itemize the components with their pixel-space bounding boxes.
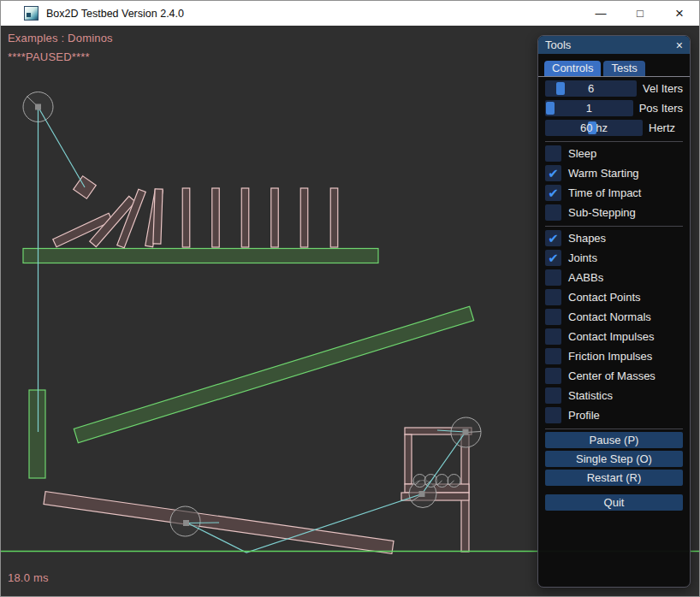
tools-panel: Tools × ControlsTests 6Vel Iters1Pos Ite… bbox=[537, 35, 691, 588]
joint-line bbox=[187, 523, 219, 523]
tools-panel-body: 6Vel Iters1Pos Iters60 hzHertz Sleep✔War… bbox=[538, 80, 690, 511]
body-dyn bbox=[241, 188, 249, 247]
checkbox-box[interactable] bbox=[545, 407, 561, 423]
body-dyn bbox=[271, 188, 279, 247]
checkbox-shapes[interactable]: ✔Shapes bbox=[545, 230, 683, 246]
button-group: Pause (P)Single Step (O)Restart (R)Quit bbox=[545, 432, 683, 511]
tab-bar: ControlsTests bbox=[538, 54, 690, 77]
checkbox-label: Contact Normals bbox=[568, 310, 651, 323]
slider-row-hertz: 60 hzHertz bbox=[545, 120, 683, 136]
checkbox-label: Profile bbox=[568, 409, 600, 422]
checkbox-group: Sleep✔Warm Starting✔Time of ImpactSub-St… bbox=[545, 145, 683, 423]
checkbox-box[interactable]: ✔ bbox=[545, 185, 561, 201]
tools-panel-title: Tools bbox=[545, 38, 571, 51]
paused-label: ****PAUSED**** bbox=[8, 50, 90, 63]
checkbox-center-of-masses[interactable]: Center of Masses bbox=[545, 368, 683, 384]
separator bbox=[545, 226, 683, 227]
pause-p-button[interactable]: Pause (P) bbox=[545, 432, 683, 448]
checkbox-box[interactable] bbox=[545, 145, 561, 162]
body-dyn bbox=[405, 434, 412, 484]
checkbox-box[interactable] bbox=[545, 368, 561, 384]
checkbox-box[interactable] bbox=[545, 204, 561, 221]
checkbox-box[interactable] bbox=[545, 348, 561, 364]
body-dyn bbox=[182, 188, 190, 247]
slider-row-pos-iters: 1Pos Iters bbox=[545, 100, 683, 116]
example-label: Examples : Dominos bbox=[8, 32, 113, 44]
separator bbox=[545, 429, 683, 429]
checkbox-label: Center of Masses bbox=[568, 369, 656, 382]
slider-value: 1 bbox=[545, 100, 633, 116]
simulation-canvas[interactable]: Examples : Dominos ****PAUSED**** 18.0 m… bbox=[1, 26, 699, 597]
checkbox-box[interactable] bbox=[545, 309, 561, 325]
check-icon: ✔ bbox=[548, 186, 559, 199]
close-icon[interactable]: × bbox=[660, 1, 699, 26]
checkbox-sub-stepping[interactable]: Sub-Stepping bbox=[545, 204, 683, 221]
checkbox-contact-normals[interactable]: Contact Normals bbox=[545, 309, 683, 325]
checkbox-label: Sleep bbox=[568, 147, 596, 160]
checkbox-contact-impulses[interactable]: Contact Impulses bbox=[545, 328, 683, 345]
body-dyn bbox=[212, 188, 220, 247]
app-icon bbox=[24, 6, 39, 21]
checkbox-label: Friction Impulses bbox=[568, 350, 652, 363]
slider-value: 6 bbox=[545, 80, 637, 97]
checkbox-aabbs[interactable]: AABBs bbox=[545, 269, 683, 286]
joint-line bbox=[39, 107, 86, 187]
quit-button[interactable]: Quit bbox=[545, 494, 683, 511]
single-step-o-button[interactable]: Single Step (O) bbox=[545, 451, 683, 467]
checkbox-profile[interactable]: Profile bbox=[545, 407, 683, 423]
body-dyn bbox=[330, 188, 338, 247]
slider-value: 60 hz bbox=[545, 120, 643, 136]
check-icon: ✔ bbox=[548, 251, 559, 264]
body-static bbox=[29, 390, 45, 478]
checkbox-time-of-impact[interactable]: ✔Time of Impact bbox=[545, 185, 683, 201]
checkbox-box[interactable] bbox=[545, 269, 561, 286]
minimize-icon[interactable]: — bbox=[581, 1, 620, 26]
checkbox-box[interactable]: ✔ bbox=[545, 250, 561, 266]
tab-controls[interactable]: Controls bbox=[544, 61, 601, 76]
checkbox-warm-starting[interactable]: ✔Warm Starting bbox=[545, 165, 683, 181]
app-window: Box2D Testbed Version 2.4.0 — □ × Exampl… bbox=[0, 0, 700, 597]
checkbox-statistics[interactable]: Statistics bbox=[545, 387, 683, 404]
body-dyn bbox=[300, 188, 308, 247]
checkbox-label: Shapes bbox=[568, 232, 606, 245]
tab-tests[interactable]: Tests bbox=[603, 61, 644, 76]
restart-r-button[interactable]: Restart (R) bbox=[545, 470, 683, 486]
maximize-icon[interactable]: □ bbox=[620, 1, 660, 26]
check-icon: ✔ bbox=[548, 167, 559, 180]
checkbox-box[interactable]: ✔ bbox=[545, 165, 561, 181]
joint-anchor bbox=[419, 491, 425, 497]
separator bbox=[545, 141, 683, 142]
checkbox-box[interactable] bbox=[545, 328, 561, 345]
window-title: Box2D Testbed Version 2.4.0 bbox=[46, 8, 184, 20]
slider-label: Vel Iters bbox=[643, 82, 683, 95]
tools-panel-header[interactable]: Tools × bbox=[538, 36, 690, 54]
checkbox-label: Sub-Stepping bbox=[568, 206, 636, 219]
checkbox-joints[interactable]: ✔Joints bbox=[545, 250, 683, 266]
slider-vel-iters[interactable]: 6 bbox=[545, 80, 637, 97]
slider-row-vel-iters: 6Vel Iters bbox=[545, 80, 683, 97]
body-static bbox=[74, 306, 473, 442]
checkbox-box[interactable] bbox=[545, 289, 561, 305]
slider-label: Hertz bbox=[649, 121, 675, 134]
checkbox-label: AABBs bbox=[568, 271, 603, 284]
slider-pos-iters[interactable]: 1 bbox=[545, 100, 633, 116]
checkbox-friction-impulses[interactable]: Friction Impulses bbox=[545, 348, 683, 364]
window-controls: — □ × bbox=[581, 1, 699, 26]
checkbox-label: Contact Points bbox=[568, 291, 641, 304]
joint-anchor bbox=[35, 104, 41, 110]
slider-group: 6Vel Iters1Pos Iters60 hzHertz bbox=[545, 80, 683, 136]
slider-label: Pos Iters bbox=[639, 102, 683, 115]
checkbox-sleep[interactable]: Sleep bbox=[545, 145, 683, 162]
check-icon: ✔ bbox=[548, 232, 559, 245]
joint-anchor bbox=[183, 520, 189, 526]
checkbox-box[interactable]: ✔ bbox=[545, 230, 561, 246]
checkbox-label: Statistics bbox=[568, 389, 613, 402]
slider-hertz[interactable]: 60 hz bbox=[545, 120, 643, 136]
checkbox-label: Time of Impact bbox=[568, 186, 641, 199]
panel-close-icon[interactable]: × bbox=[676, 39, 683, 51]
checkbox-label: Warm Starting bbox=[568, 167, 639, 180]
checkbox-contact-points[interactable]: Contact Points bbox=[545, 289, 683, 305]
checkbox-box[interactable] bbox=[545, 387, 561, 404]
checkbox-label: Contact Impulses bbox=[568, 330, 654, 343]
titlebar[interactable]: Box2D Testbed Version 2.4.0 — □ × bbox=[1, 1, 699, 26]
